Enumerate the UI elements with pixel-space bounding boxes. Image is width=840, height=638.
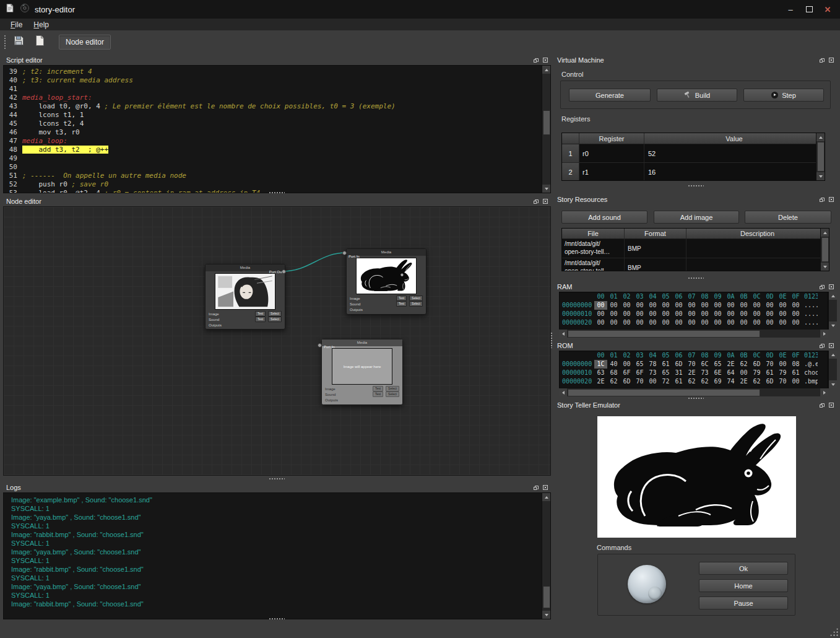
select-button[interactable]: Select [409,301,423,307]
hex-byte[interactable]: 00 [789,310,802,318]
rom-vscrollbar[interactable] [828,351,837,388]
output-port[interactable] [282,269,286,274]
hex-byte[interactable]: 00 [659,310,672,318]
scroll-left-icon[interactable] [559,330,567,338]
node-canvas[interactable]: Media Port Out ImageTestSelect SoundTest… [3,206,551,476]
code-line[interactable]: 52 push r0 ; save r0 [4,180,542,189]
hex-byte[interactable]: 6E [711,369,724,377]
hex-byte[interactable]: 00 [659,318,672,327]
add-image-button[interactable]: Add image [654,211,739,224]
hex-byte[interactable]: 62 [607,377,620,386]
hex-byte[interactable]: 00 [620,301,633,310]
add-sound-button[interactable]: Add sound [561,211,647,224]
scroll-thumb[interactable] [543,110,550,135]
splitter-handle[interactable] [688,185,704,188]
format-column-header[interactable]: Format [625,229,686,239]
hex-byte[interactable]: 00 [633,318,646,327]
hex-byte[interactable]: 00 [646,310,659,318]
scroll-right-icon[interactable] [820,330,828,338]
scroll-down-icon[interactable] [829,321,837,330]
hex-byte[interactable]: 62 [750,377,763,386]
hex-byte[interactable]: 2E [724,360,737,369]
hex-byte[interactable]: 00 [724,301,737,310]
hex-byte[interactable]: 00 [750,310,763,318]
hex-byte[interactable]: 00 [750,301,763,310]
registers-scrollbar[interactable] [816,133,825,180]
test-button[interactable]: Test [255,317,266,322]
scroll-up-icon[interactable] [542,66,550,74]
scroll-up-icon[interactable] [829,351,837,359]
register-column-header[interactable]: Register [579,133,644,144]
hex-byte[interactable]: 70 [776,377,789,386]
hex-byte[interactable]: 00 [776,301,789,310]
hex-byte[interactable]: 62 [685,377,698,386]
hex-byte[interactable]: 00 [737,369,750,377]
hex-byte[interactable]: 73 [698,369,711,377]
hex-byte[interactable]: 6D [750,360,763,369]
scroll-right-icon[interactable] [820,388,828,396]
description-column-header[interactable]: Description [686,229,829,239]
hex-byte[interactable]: 00 [620,318,633,327]
hex-byte[interactable]: 61 [659,360,672,369]
hex-byte[interactable]: 6D [620,377,633,386]
media-node[interactable]: Media Port In ImageTestSelect SoundTestS… [346,248,426,315]
media-node[interactable]: Media Port In Image will appear here Ima… [321,339,403,405]
hex-byte[interactable]: 70 [685,360,698,369]
home-button[interactable]: Home [699,579,788,592]
hex-byte[interactable]: 65 [711,360,724,369]
hex-byte[interactable]: 63 [594,369,607,377]
scroll-down-icon[interactable] [821,263,829,271]
hex-byte[interactable]: 00 [711,301,724,310]
scroll-down-icon[interactable] [829,380,837,388]
generate-button[interactable]: Generate [569,89,651,102]
code-line[interactable]: 51; ------ On appelle un autre media nod… [4,172,542,180]
scroll-thumb[interactable] [817,142,825,172]
hex-byte[interactable]: 00 [607,310,620,318]
code-line[interactable]: 49 [4,154,542,163]
resources-scrollbar[interactable] [820,229,829,271]
logs-lines[interactable]: Image: "example.bmp" , Sound: "choose1.s… [11,496,542,619]
test-button[interactable]: Test [373,386,383,391]
close-button[interactable]: ✕ [823,4,833,14]
code-line[interactable]: 41 [4,85,542,94]
hex-byte[interactable]: 31 [672,369,685,377]
splitter-handle[interactable] [269,191,285,194]
select-button[interactable]: Select [268,317,282,322]
hex-byte[interactable]: 61 [789,369,802,377]
code-line[interactable]: 42media_loop_start: [4,94,542,102]
test-button[interactable]: Test [396,295,407,301]
minimize-button[interactable]: – [786,4,795,14]
input-port[interactable] [318,343,322,347]
undock-icon[interactable] [818,342,825,349]
hex-byte[interactable]: 00 [763,318,776,327]
export-button[interactable] [31,33,48,50]
node-editor-toggle[interactable]: Node editor [59,35,111,50]
undock-icon[interactable] [532,56,539,63]
hex-byte[interactable]: 00 [724,318,737,327]
hex-byte[interactable]: 2E [685,369,698,377]
select-button[interactable]: Select [386,391,399,397]
hex-byte[interactable]: 00 [633,310,646,318]
hex-byte[interactable]: 65 [633,360,646,369]
undock-icon[interactable] [818,196,825,203]
resource-row[interactable]: /mnt/data/git/open-story-tell…BMP [562,258,829,271]
hex-byte[interactable]: 00 [685,318,698,327]
ram-hscrollbar[interactable] [559,329,828,338]
hex-byte[interactable]: 2E [594,377,607,386]
hex-byte[interactable]: 61 [763,369,776,377]
hex-byte[interactable]: 00 [711,318,724,327]
hex-byte[interactable]: 6D [763,377,776,386]
hex-byte[interactable]: 78 [646,360,659,369]
close-icon[interactable] [828,401,834,408]
close-icon[interactable] [828,56,834,63]
media-node[interactable]: Media Port Out ImageTestSelect SoundTest… [205,264,285,330]
code-line[interactable]: 40; t3: current media address [4,76,542,85]
hex-byte[interactable]: 00 [698,318,711,327]
hex-byte[interactable]: 00 [594,318,607,327]
splitter-handle[interactable] [688,397,704,400]
hex-byte[interactable]: 00 [763,310,776,318]
code-line[interactable]: 39; t2: increment 4 [4,68,542,76]
code-line[interactable]: 50 [4,163,542,172]
splitter-handle-vertical[interactable] [550,332,553,348]
hex-byte[interactable]: 62 [698,377,711,386]
